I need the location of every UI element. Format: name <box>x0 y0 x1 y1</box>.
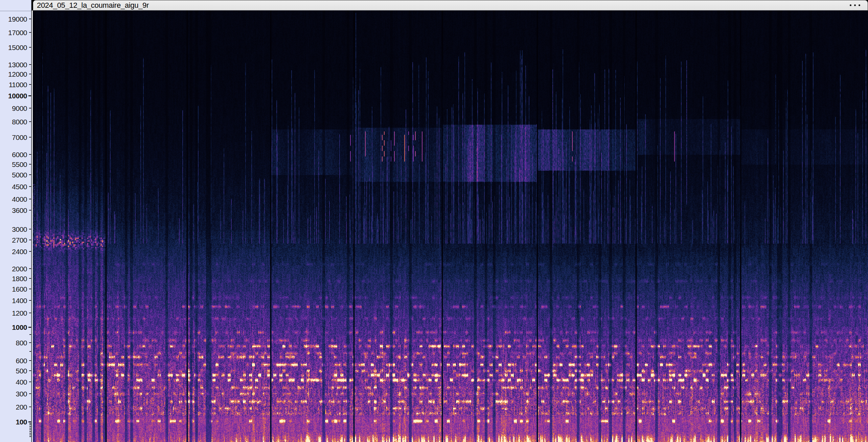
ruler-minor-tick <box>29 429 31 430</box>
ruler-tick-label: 5000 <box>12 171 27 178</box>
ruler-tick <box>29 240 31 240</box>
ruler-tick <box>29 186 31 187</box>
ruler-tick-label: 2000 <box>12 265 27 272</box>
ruler-minor-tick <box>29 424 31 425</box>
ruler-tick-label: 200 <box>16 403 27 411</box>
ruler-tick <box>29 370 31 371</box>
ruler-tick-label: 1000 <box>12 323 27 330</box>
ruler-tick-label: 3600 <box>12 207 27 214</box>
ruler-tick <box>29 342 31 343</box>
ruler-tick-label: 6000 <box>12 151 27 158</box>
ruler-tick-label: 400 <box>16 378 27 385</box>
ruler-tick-label: 1800 <box>12 275 27 282</box>
ruler-tick <box>29 300 31 301</box>
ruler-minor-tick <box>29 436 31 437</box>
ruler-tick <box>29 313 31 313</box>
ruler-tick-label: 3000 <box>12 226 27 233</box>
ruler-minor-tick <box>29 426 31 427</box>
ruler-tick <box>29 121 31 122</box>
ruler-tick <box>29 251 31 252</box>
ruler-tick-label: 2700 <box>12 236 27 243</box>
ruler-tick <box>29 268 31 269</box>
ruler-corner-cell <box>0 0 31 11</box>
ruler-tick-label: 10000 <box>8 92 27 99</box>
ruler-tick <box>29 174 31 175</box>
ruler-tick <box>29 164 31 165</box>
ruler-tick-label: 11000 <box>9 81 27 88</box>
frequency-ruler[interactable]: 1900017000150001300012000110001000090008… <box>0 0 31 442</box>
ruler-tick-label: 5500 <box>12 161 27 168</box>
ruler-minor-tick <box>29 433 31 434</box>
ruler-tick-label: 800 <box>16 339 27 346</box>
ruler-tick-label: 13000 <box>8 61 27 68</box>
ruler-tick-label: 4500 <box>12 183 27 190</box>
ruler-tick <box>29 74 31 74</box>
ellipsis-icon <box>854 4 856 6</box>
ruler-tick-label: 19000 <box>8 16 27 23</box>
ruler-tick <box>29 199 31 199</box>
ruler-tick <box>29 137 31 138</box>
ruler-tick-label: 300 <box>16 390 27 397</box>
overflow-menu-button[interactable] <box>848 2 862 8</box>
ruler-tick <box>28 95 31 96</box>
ruler-tick <box>28 327 31 328</box>
spectrogram-canvas[interactable] <box>33 10 868 442</box>
ruler-tick-label: 8000 <box>12 118 27 125</box>
ruler-tick-label: 500 <box>16 367 27 374</box>
ruler-tick <box>29 229 31 229</box>
ruler-minor-tick <box>29 435 31 435</box>
ruler-tick-label: 9000 <box>12 104 27 112</box>
ruler-tick <box>29 289 31 289</box>
ruler-tick <box>29 154 31 155</box>
ruler-tick <box>29 407 31 407</box>
ruler-tick <box>29 393 31 394</box>
ruler-tick <box>29 108 31 108</box>
ruler-tick-label: 7000 <box>12 133 27 141</box>
window-titlebar[interactable]: 2024_05_12_la_coumaire_aigu_9r <box>33 0 868 10</box>
window-title: 2024_05_12_la_coumaire_aigu_9r <box>37 2 149 9</box>
ruler-tick-label: 12000 <box>8 71 27 78</box>
ruler-tick <box>29 64 31 65</box>
ellipsis-icon <box>850 4 851 6</box>
ruler-edge-line <box>32 10 33 442</box>
ruler-tick-label: 15000 <box>8 44 27 51</box>
ruler-minor-tick <box>29 351 31 352</box>
ruler-tick <box>29 32 31 33</box>
ruler-tick <box>29 210 31 211</box>
ruler-tick-label: 17000 <box>8 29 27 36</box>
app-window: 1900017000150001300012000110001000090008… <box>0 0 868 442</box>
ruler-tick <box>29 84 31 85</box>
ruler-minor-tick <box>29 423 31 424</box>
ruler-tick <box>29 278 31 279</box>
ruler-minor-tick <box>29 334 31 335</box>
ruler-tick-label: 4000 <box>12 196 27 203</box>
ruler-tick-label: 1600 <box>12 286 27 293</box>
ruler-tick-label: 1400 <box>12 297 27 304</box>
ruler-tick-label: 1200 <box>12 310 27 317</box>
ruler-tick <box>29 19 31 19</box>
ruler-tick <box>29 360 31 361</box>
ruler-tick <box>29 382 31 382</box>
ruler-tick-label: 600 <box>16 357 27 364</box>
ellipsis-icon <box>859 4 860 6</box>
ruler-minor-tick <box>29 428 31 428</box>
ruler-tick-label: 100 <box>16 418 27 425</box>
ruler-tick <box>28 421 31 422</box>
ruler-tick <box>29 47 31 48</box>
ruler-tick-label: 2400 <box>12 248 27 255</box>
ruler-minor-tick <box>29 431 31 432</box>
